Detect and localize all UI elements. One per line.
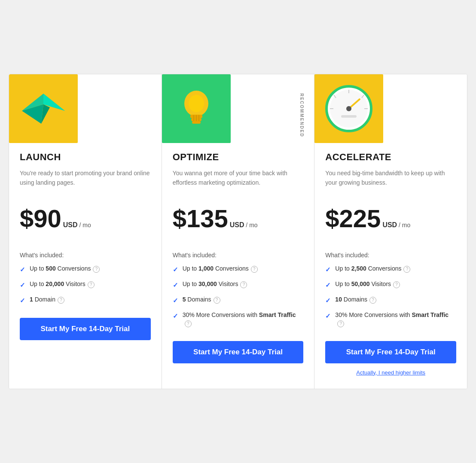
plan-optimize: RECOMMENDED OPTIMIZE You wanna get more …: [162, 74, 315, 388]
checkmark-icon: ✓: [325, 280, 331, 289]
help-icon-accelerate-3[interactable]: ?: [337, 320, 344, 327]
feature-item: ✓ Up to 20,000 Visitors?: [20, 280, 151, 289]
feature-text: 5 Domains?: [183, 295, 304, 304]
help-icon-optimize-0[interactable]: ?: [251, 266, 258, 273]
feature-item: ✓ Up to 2,500 Conversions?: [325, 265, 456, 274]
help-icon-optimize-3[interactable]: ?: [185, 320, 192, 327]
currency-launch: USD: [63, 221, 78, 228]
cta-button-accelerate[interactable]: Start My Free 14-Day Trial: [325, 341, 456, 363]
cta-section-accelerate: Start My Free 14-Day Trial Actually, I n…: [314, 341, 467, 376]
price-suffix-accelerate: USD / mo: [382, 221, 410, 229]
help-icon-optimize-2[interactable]: ?: [214, 297, 220, 304]
plan-price-optimize: $135 USD / mo: [173, 206, 304, 231]
feature-text: Up to 500 Conversions?: [30, 265, 151, 273]
help-icon-launch-1[interactable]: ?: [88, 281, 95, 288]
whats-included-label-launch: What's included:: [9, 252, 162, 259]
feature-text: Up to 30,000 Visitors?: [183, 280, 304, 289]
price-amount-optimize: $135: [173, 206, 228, 231]
help-icon-accelerate-1[interactable]: ?: [393, 281, 400, 288]
plan-header-optimize: OPTIMIZE You wanna get more of your time…: [162, 152, 314, 252]
svg-point-23: [346, 106, 351, 111]
feature-item: ✓ Up to 50,000 Visitors?: [325, 280, 456, 289]
checkmark-icon: ✓: [325, 296, 331, 305]
pricing-cards-container: LAUNCH You're ready to start promoting y…: [9, 74, 467, 389]
feature-text: 1 Domain?: [30, 295, 151, 304]
plan-accelerate: ACCELERATE You need big-time bandwidth t…: [314, 74, 467, 388]
feature-item: ✓ 30% More Conversions with Smart Traffi…: [173, 311, 304, 328]
plan-description-optimize: You wanna get more of your time back wit…: [173, 169, 304, 197]
feature-text: 30% More Conversions with Smart Traffic?: [183, 311, 304, 328]
feature-text: Up to 50,000 Visitors?: [335, 280, 456, 289]
plan-name-accelerate: ACCELERATE: [325, 152, 456, 163]
checkmark-icon: ✓: [20, 296, 25, 305]
plan-header-accelerate: ACCELERATE You need big-time bandwidth t…: [314, 152, 467, 252]
cta-button-launch[interactable]: Start My Free 14-Day Trial: [20, 318, 151, 340]
feature-item: ✓ 5 Domains?: [173, 295, 304, 305]
svg-point-10: [189, 95, 204, 112]
plan-price-accelerate: $225 USD / mo: [325, 206, 456, 231]
price-suffix-launch: USD / mo: [63, 221, 91, 229]
feature-item: ✓ Up to 1,000 Conversions?: [173, 265, 304, 274]
help-icon-launch-0[interactable]: ?: [93, 266, 100, 273]
svg-rect-9: [192, 121, 201, 124]
whats-included-label-accelerate: What's included:: [314, 252, 467, 259]
checkmark-icon: ✓: [325, 311, 331, 320]
features-list-optimize: ✓ Up to 1,000 Conversions? ✓ Up to 30,00…: [162, 265, 314, 328]
feature-text: Up to 2,500 Conversions?: [335, 265, 456, 273]
checkmark-icon: ✓: [20, 265, 25, 274]
plan-name-optimize: OPTIMIZE: [173, 152, 304, 163]
plan-name-launch: LAUNCH: [20, 152, 151, 163]
higher-limits-link[interactable]: Actually, I need higher limits: [325, 369, 456, 376]
cta-button-optimize[interactable]: Start My Free 14-Day Trial: [173, 341, 304, 363]
svg-rect-24: [341, 115, 357, 118]
price-amount-launch: $90: [20, 206, 61, 231]
feature-item: ✓ 1 Domain?: [20, 295, 151, 305]
feature-item: ✓ Up to 500 Conversions?: [20, 265, 151, 274]
checkmark-icon: ✓: [173, 311, 178, 320]
price-suffix-optimize: USD / mo: [230, 221, 258, 229]
recommended-badge: RECOMMENDED: [299, 94, 304, 138]
plan-icon-accelerate: [314, 74, 383, 143]
help-icon-accelerate-0[interactable]: ?: [403, 266, 410, 273]
plan-description-accelerate: You need big-time bandwidth to keep up w…: [325, 169, 456, 197]
checkmark-icon: ✓: [325, 265, 331, 274]
plan-launch: LAUNCH You're ready to start promoting y…: [9, 74, 162, 388]
features-list-launch: ✓ Up to 500 Conversions? ✓ Up to 20,000 …: [9, 265, 162, 305]
feature-text: 30% More Conversions with Smart Traffic?: [335, 311, 456, 328]
feature-item: ✓ 10 Domains?: [325, 295, 456, 305]
help-icon-accelerate-2[interactable]: ?: [369, 297, 376, 304]
checkmark-icon: ✓: [173, 280, 178, 289]
price-amount-accelerate: $225: [325, 206, 381, 231]
checkmark-icon: ✓: [20, 280, 25, 289]
features-list-accelerate: ✓ Up to 2,500 Conversions? ✓ Up to 50,00…: [314, 265, 467, 328]
currency-accelerate: USD: [382, 221, 397, 228]
help-icon-optimize-1[interactable]: ?: [240, 281, 247, 288]
feature-text: Up to 20,000 Visitors?: [30, 280, 151, 289]
plan-icon-optimize: [162, 74, 231, 143]
whats-included-label-optimize: What's included:: [162, 252, 314, 259]
cta-section-launch: Start My Free 14-Day Trial: [9, 318, 162, 340]
feature-item: ✓ 30% More Conversions with Smart Traffi…: [325, 311, 456, 328]
feature-text: Up to 1,000 Conversions?: [183, 265, 304, 273]
help-icon-launch-2[interactable]: ?: [58, 297, 64, 304]
plan-price-launch: $90 USD / mo: [20, 206, 151, 231]
feature-text: 10 Domains?: [335, 295, 456, 304]
currency-optimize: USD: [230, 221, 244, 228]
plan-icon-launch: [9, 74, 78, 143]
cta-section-optimize: Start My Free 14-Day Trial: [162, 341, 314, 363]
feature-item: ✓ Up to 30,000 Visitors?: [173, 280, 304, 289]
checkmark-icon: ✓: [173, 265, 178, 274]
checkmark-icon: ✓: [173, 296, 178, 305]
plan-description-launch: You're ready to start promoting your bra…: [20, 169, 151, 197]
plan-header-launch: LAUNCH You're ready to start promoting y…: [9, 152, 162, 252]
